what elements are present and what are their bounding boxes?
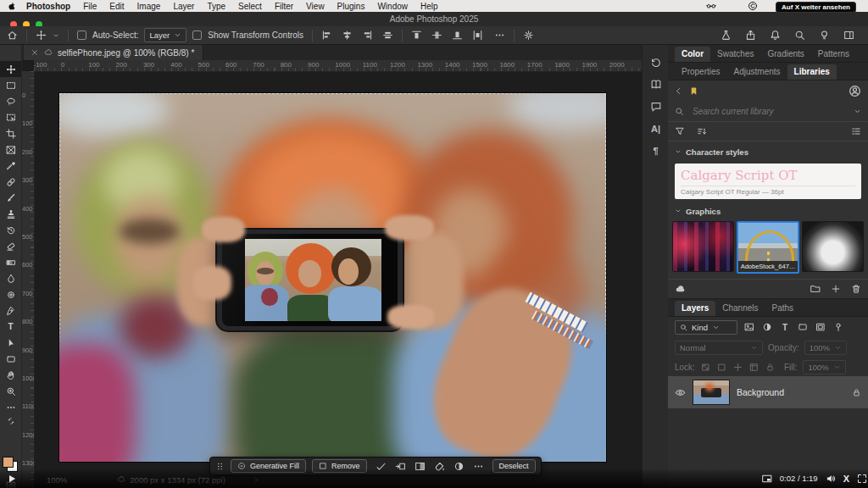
more-align-options-icon[interactable] bbox=[494, 30, 505, 41]
adjustment-filter-icon[interactable] bbox=[762, 322, 772, 332]
blend-mode-dropdown[interactable]: Normal bbox=[675, 341, 763, 355]
horizontal-ruler[interactable]: -100010020030040050060070080090010001100… bbox=[34, 60, 642, 72]
avatar-icon[interactable] bbox=[849, 85, 861, 97]
layer-visibility-eye-icon[interactable] bbox=[675, 387, 686, 398]
list-view-icon[interactable] bbox=[851, 126, 861, 136]
graphic-smoke[interactable] bbox=[802, 221, 864, 272]
panel-tab[interactable]: Paths bbox=[765, 301, 801, 316]
search-icon[interactable] bbox=[794, 30, 805, 41]
lightbulb-icon[interactable] bbox=[819, 30, 830, 41]
layer-row-background[interactable]: Background bbox=[668, 376, 868, 408]
library-icon[interactable] bbox=[689, 86, 698, 96]
rectangle-tool[interactable] bbox=[0, 351, 21, 367]
lasso-tool[interactable] bbox=[0, 93, 21, 109]
auto-select-checkbox[interactable] bbox=[77, 30, 86, 40]
menu-item[interactable]: Image bbox=[137, 2, 161, 11]
menu-item[interactable]: Layer bbox=[173, 2, 194, 11]
history-brush-tool[interactable] bbox=[0, 222, 21, 238]
glasses-icon[interactable] bbox=[706, 1, 716, 11]
distribute-top-icon[interactable] bbox=[411, 30, 422, 41]
pip-icon[interactable] bbox=[762, 474, 772, 484]
image-filter-icon[interactable] bbox=[744, 322, 754, 332]
eraser-tool[interactable] bbox=[0, 238, 21, 254]
shape-filter-icon[interactable] bbox=[798, 322, 808, 332]
lock-all-icon[interactable] bbox=[765, 363, 775, 372]
fill-value[interactable]: 100% bbox=[803, 360, 845, 374]
brush-tool[interactable] bbox=[0, 190, 21, 206]
x-logo[interactable]: X bbox=[843, 474, 849, 484]
clone-stamp-tool[interactable] bbox=[0, 206, 21, 222]
lock-transparency-icon[interactable] bbox=[701, 363, 710, 372]
character-styles-section[interactable]: Character styles bbox=[675, 147, 748, 157]
distribute-bottom-icon[interactable] bbox=[452, 30, 463, 41]
lock-artboard-icon[interactable] bbox=[749, 363, 759, 372]
add-icon[interactable] bbox=[831, 284, 841, 294]
layer-lock-icon[interactable] bbox=[852, 388, 861, 397]
panel-tab[interactable]: Channels bbox=[715, 301, 765, 316]
object-selection-tool[interactable] bbox=[0, 109, 21, 125]
show-transform-checkbox[interactable] bbox=[192, 30, 202, 40]
cloud-sync-icon[interactable] bbox=[675, 284, 686, 295]
panel-tab[interactable]: Adjustments bbox=[727, 64, 787, 80]
panel-tab[interactable]: Layers bbox=[675, 301, 715, 316]
gradient-tool[interactable] bbox=[0, 254, 21, 270]
menu-item[interactable]: Plugins bbox=[337, 2, 365, 11]
play-button-icon[interactable] bbox=[7, 474, 17, 484]
share-icon[interactable] bbox=[745, 30, 756, 41]
align-left-icon[interactable] bbox=[321, 30, 332, 41]
path-selection-tool[interactable] bbox=[0, 335, 21, 351]
hand-tool[interactable] bbox=[0, 367, 21, 383]
eyedropper-tool[interactable] bbox=[0, 158, 21, 174]
blur-tool[interactable] bbox=[0, 270, 21, 286]
panel-tab[interactable]: Gradients bbox=[760, 47, 810, 62]
menu-item[interactable]: Help bbox=[420, 2, 438, 11]
current-tool-icon[interactable] bbox=[36, 30, 47, 41]
document-tab[interactable]: selfiePhone.jpeg @ 100% (RGB/8) * bbox=[24, 45, 203, 60]
dodge-tool[interactable] bbox=[0, 286, 21, 302]
menu-item[interactable]: Filter bbox=[275, 2, 293, 11]
crop-tool[interactable] bbox=[0, 125, 21, 141]
folder-icon[interactable] bbox=[810, 284, 821, 294]
menu-item[interactable]: File bbox=[83, 2, 97, 11]
swap-colors-button[interactable] bbox=[0, 415, 21, 427]
graphics-section[interactable]: Graphics bbox=[675, 207, 721, 216]
marquee-tool[interactable] bbox=[0, 77, 21, 93]
spot-healing-tool[interactable] bbox=[0, 174, 21, 190]
speaker-icon[interactable] bbox=[826, 474, 836, 484]
layer-filter-dropdown[interactable]: Kind bbox=[675, 320, 737, 335]
pen-tool[interactable] bbox=[0, 302, 21, 319]
library-search-input[interactable] bbox=[691, 106, 821, 117]
panel-tab[interactable]: Properties bbox=[675, 64, 727, 80]
edit-toolbar[interactable] bbox=[0, 399, 21, 415]
bell-icon[interactable] bbox=[770, 30, 781, 41]
distribute-center-icon[interactable] bbox=[431, 30, 442, 41]
foreground-color-swatch[interactable] bbox=[3, 457, 14, 468]
panel-tab[interactable]: Swatches bbox=[710, 47, 760, 62]
opacity-value[interactable]: 100% bbox=[804, 341, 847, 355]
menu-item[interactable]: Type bbox=[207, 2, 225, 11]
align-right-icon[interactable] bbox=[362, 30, 373, 41]
fullscreen-icon[interactable] bbox=[857, 474, 867, 484]
tool-preset-chevron-icon[interactable] bbox=[53, 32, 59, 39]
lock-pixels-icon[interactable] bbox=[717, 363, 726, 372]
sort-icon[interactable] bbox=[697, 126, 707, 136]
apple-icon[interactable] bbox=[7, 2, 16, 11]
type-filter-icon[interactable]: T bbox=[780, 322, 790, 332]
auto-select-dropdown[interactable]: Layer bbox=[144, 28, 186, 42]
creative-cloud-icon[interactable] bbox=[748, 1, 758, 11]
frame-tool[interactable] bbox=[0, 141, 21, 158]
graphic-neon-city[interactable] bbox=[672, 221, 734, 272]
canvas-image[interactable] bbox=[59, 93, 606, 462]
close-tab-icon[interactable] bbox=[31, 48, 39, 57]
menu-item[interactable]: Edit bbox=[109, 2, 124, 11]
workspace-icon[interactable] bbox=[843, 30, 854, 41]
funnel-icon[interactable] bbox=[675, 126, 685, 136]
layer-thumbnail[interactable] bbox=[693, 380, 730, 405]
character-style-card[interactable]: Calgary Script OT Calgary Script OT Regu… bbox=[675, 164, 861, 199]
trash-icon[interactable] bbox=[851, 284, 861, 294]
layer-name[interactable]: Background bbox=[737, 387, 784, 397]
distribute-left-icon[interactable] bbox=[472, 30, 483, 41]
pin-filter-icon[interactable] bbox=[833, 322, 843, 332]
menu-item[interactable]: Window bbox=[377, 2, 408, 11]
align-justify-icon[interactable] bbox=[382, 30, 393, 41]
